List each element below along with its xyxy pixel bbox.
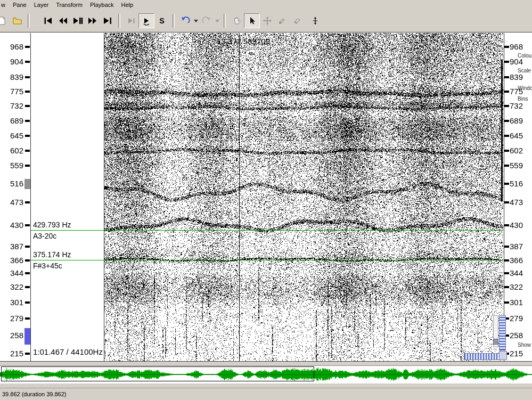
menu-playback[interactable]: Playback xyxy=(86,1,118,9)
eraser-icon xyxy=(292,16,302,26)
status-bar: 39.862 (duration 39.862) xyxy=(0,388,532,400)
menu-pane[interactable]: Pane xyxy=(9,1,30,9)
pencil-icon xyxy=(277,16,287,26)
horizontal-zoom-thumbwheel[interactable] xyxy=(464,353,500,360)
navigate-tool-button[interactable] xyxy=(229,14,244,28)
zoom-reset-button[interactable] xyxy=(499,351,507,360)
play-selection-button[interactable] xyxy=(124,14,138,28)
playback-cursor xyxy=(239,33,240,361)
pointer-icon xyxy=(247,16,257,26)
select-tool-button[interactable] xyxy=(244,13,260,28)
status-text: 39.862 (duration 39.862) xyxy=(2,391,66,397)
chevron-down-icon xyxy=(193,19,199,23)
edit-tool-button[interactable] xyxy=(260,14,275,28)
loop-playback-icon xyxy=(142,16,151,26)
toolbar-separator xyxy=(28,14,30,28)
erase-tool-button[interactable] xyxy=(290,14,305,28)
solo-button[interactable]: S xyxy=(154,14,169,28)
redo-button[interactable] xyxy=(199,14,214,28)
loop-playback-button[interactable] xyxy=(138,13,154,28)
redo-icon xyxy=(202,16,211,26)
measure-tool-button[interactable] xyxy=(308,14,323,28)
skip-to-start-button[interactable] xyxy=(40,14,55,28)
menu-layer[interactable]: Layer xyxy=(30,1,53,9)
overview-selection[interactable] xyxy=(1,366,314,381)
vertical-zoom-thumbwheel[interactable] xyxy=(499,315,506,350)
undo-menu-button[interactable] xyxy=(193,14,199,28)
undo-icon xyxy=(181,16,190,26)
skip-to-end-button[interactable] xyxy=(100,14,115,28)
new-document-icon xyxy=(0,17,6,25)
spectrogram-canvas[interactable] xyxy=(104,33,503,361)
redo-menu-button[interactable] xyxy=(214,14,220,28)
play-pause-icon xyxy=(72,16,83,26)
open-document-button[interactable] xyxy=(10,14,24,28)
position-duration-label: 1:01.467 / 44100Hz xyxy=(33,347,103,356)
sonic-visualiser-window: wPaneLayerTransformPlaybackHelp xyxy=(0,0,532,400)
spectrogram-edge-bar xyxy=(501,60,503,201)
right-ruler-edge xyxy=(504,33,504,361)
fast-forward-button[interactable] xyxy=(85,14,100,28)
cursor-time-label: 13.372 589709 xyxy=(209,37,278,46)
fast-forward-icon xyxy=(87,16,98,26)
solo-label: S xyxy=(159,17,164,25)
left-ruler-edge xyxy=(30,33,31,361)
skip-to-start-icon xyxy=(43,16,53,26)
new-document-button[interactable] xyxy=(0,14,10,28)
hand-icon xyxy=(232,16,241,26)
file-start-line xyxy=(104,33,104,361)
toolbar-separator xyxy=(118,14,120,28)
menu-help[interactable]: Help xyxy=(118,1,137,9)
rewind-button[interactable] xyxy=(55,14,70,28)
move-icon xyxy=(263,16,272,26)
toolbar: S xyxy=(0,10,532,31)
open-folder-icon xyxy=(13,17,22,25)
play-selection-icon xyxy=(126,16,136,26)
zoom-slider-knob[interactable] xyxy=(493,339,498,345)
draw-tool-button[interactable] xyxy=(275,14,290,28)
rewind-icon xyxy=(58,16,68,26)
menu-bar: wPaneLayerTransformPlaybackHelp xyxy=(0,0,532,10)
overview-pane[interactable] xyxy=(0,365,532,383)
menu-transform[interactable]: Transform xyxy=(52,1,86,9)
undo-button[interactable] xyxy=(178,14,193,28)
skip-to-end-icon xyxy=(103,16,112,26)
menu-w[interactable]: w xyxy=(0,1,9,9)
chevron-down-icon xyxy=(215,19,220,23)
play-pause-button[interactable] xyxy=(70,14,85,28)
toolbar-separator xyxy=(224,14,226,28)
measure-icon xyxy=(310,16,320,26)
toolbar-separator xyxy=(173,14,175,28)
